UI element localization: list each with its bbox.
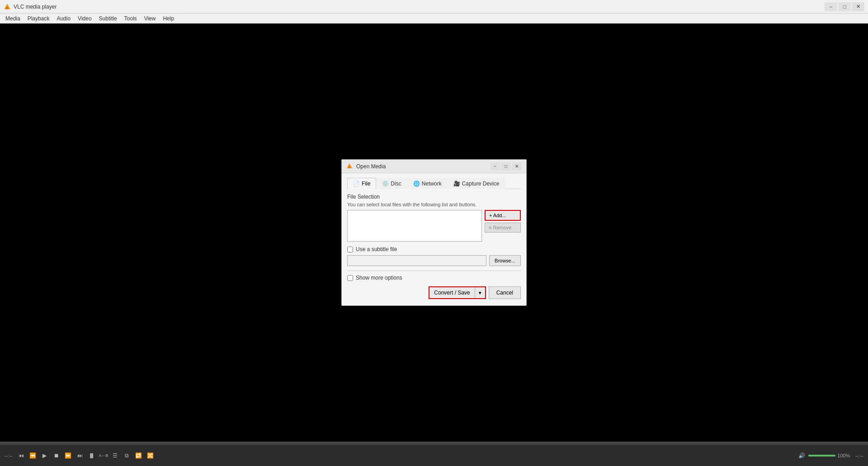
- menu-playback[interactable]: Playback: [24, 14, 53, 23]
- stop-button[interactable]: ⏹: [52, 451, 61, 461]
- svg-rect-2: [6, 9, 9, 9]
- browse-button[interactable]: Browse...: [489, 255, 521, 266]
- frame-button[interactable]: ▐▌: [87, 451, 97, 461]
- disc-tab-icon: 💿: [382, 181, 389, 187]
- file-selection-section: File Selection You can select local file…: [347, 194, 521, 242]
- dialog-close-button[interactable]: ✕: [512, 162, 522, 171]
- file-listbox[interactable]: [347, 210, 482, 242]
- tab-bar: 📄 File 💿 Disc 🌐 Network 🎥 Capture Device: [347, 178, 521, 189]
- cancel-button[interactable]: Cancel: [489, 286, 521, 299]
- file-action-buttons: + Add... ≡ Remove: [485, 210, 521, 242]
- previous-button[interactable]: ⏮: [16, 451, 26, 461]
- ab-button[interactable]: A↔B: [99, 451, 108, 461]
- close-button[interactable]: ✕: [852, 2, 864, 11]
- menu-subtitle[interactable]: Subtitle: [95, 14, 121, 23]
- menu-media[interactable]: Media: [2, 14, 24, 23]
- tab-disc[interactable]: 💿 Disc: [376, 178, 407, 189]
- volume-area: 🔊 100%: [797, 451, 850, 461]
- vlc-icon: [4, 3, 11, 10]
- svg-rect-4: [349, 166, 350, 168]
- subtitle-input-row: Browse...: [347, 255, 521, 266]
- progress-bar[interactable]: [0, 442, 868, 445]
- show-more-label: Show more options: [356, 275, 402, 281]
- remove-file-button[interactable]: ≡ Remove: [485, 223, 521, 233]
- convert-save-arrow-icon[interactable]: ▼: [475, 287, 485, 298]
- menu-view[interactable]: View: [141, 14, 160, 23]
- dialog-minimize-button[interactable]: −: [490, 162, 500, 171]
- file-selection-description: You can select local files with the foll…: [347, 202, 521, 207]
- subtitle-file-input[interactable]: [347, 255, 486, 266]
- add-file-button[interactable]: + Add...: [485, 210, 521, 221]
- dialog-vlc-icon: [346, 163, 354, 170]
- tab-capture[interactable]: 🎥 Capture Device: [448, 178, 505, 189]
- volume-icon[interactable]: 🔊: [797, 451, 807, 461]
- playlist-button[interactable]: ☰: [110, 451, 120, 461]
- open-media-dialog: Open Media − □ ✕ 📄 File 💿 Disc 🌐: [341, 159, 527, 306]
- show-more-checkbox[interactable]: [347, 275, 353, 281]
- network-tab-icon: 🌐: [413, 181, 420, 187]
- dialog-maximize-button[interactable]: □: [501, 162, 511, 171]
- file-tab-icon: 📄: [353, 181, 360, 187]
- maximize-button[interactable]: □: [838, 2, 851, 11]
- time-elapsed: --:--: [5, 453, 13, 458]
- file-list-area: + Add... ≡ Remove: [347, 210, 521, 242]
- convert-save-button[interactable]: Convert / Save ▼: [429, 286, 486, 299]
- disc-tab-label: Disc: [391, 181, 401, 187]
- menu-help[interactable]: Help: [159, 14, 178, 23]
- subtitle-checkbox[interactable]: [347, 247, 353, 252]
- dialog-footer: Convert / Save ▼ Cancel: [347, 286, 521, 301]
- subtitle-row: Use a subtitle file: [347, 246, 521, 252]
- volume-fill: [808, 455, 835, 456]
- svg-rect-1: [7, 7, 8, 9]
- menu-tools[interactable]: Tools: [121, 14, 141, 23]
- player-controls-bar: --:-- ⏮ ⏪ ▶ ⏹ ⏩ ⏭ ▐▌ A↔B ☰ ⧉ 🔁 🔀 🔊 100% …: [0, 442, 868, 466]
- svg-rect-5: [348, 167, 350, 168]
- show-more-options-row: Show more options: [347, 275, 521, 281]
- capture-tab-label: Capture Device: [462, 181, 500, 187]
- convert-save-main-label: Convert / Save: [429, 287, 475, 298]
- file-selection-heading: File Selection: [347, 194, 521, 200]
- network-tab-label: Network: [422, 181, 442, 187]
- app-title: VLC media player: [14, 4, 825, 10]
- time-total: --:--: [855, 453, 863, 458]
- titlebar: VLC media player − □ ✕: [0, 0, 868, 14]
- dialog-body: 📄 File 💿 Disc 🌐 Network 🎥 Capture Device: [342, 173, 526, 305]
- extended-button[interactable]: ⧉: [122, 451, 132, 461]
- forward-button[interactable]: ⏩: [63, 451, 73, 461]
- loop-button[interactable]: 🔁: [134, 451, 144, 461]
- minimize-button[interactable]: −: [825, 2, 837, 11]
- tab-network[interactable]: 🌐 Network: [407, 178, 448, 189]
- menubar: Media Playback Audio Video Subtitle Tool…: [0, 14, 868, 24]
- file-tab-label: File: [362, 181, 370, 187]
- volume-slider[interactable]: [808, 455, 835, 456]
- rewind-button[interactable]: ⏪: [28, 451, 38, 461]
- dialog-window-controls: − □ ✕: [490, 162, 522, 171]
- tab-file[interactable]: 📄 File: [347, 178, 376, 189]
- next-button[interactable]: ⏭: [75, 451, 85, 461]
- play-button[interactable]: ▶: [40, 451, 50, 461]
- dialog-titlebar: Open Media − □ ✕: [342, 160, 526, 173]
- separator: [347, 271, 521, 271]
- controls-area: --:-- ⏮ ⏪ ▶ ⏹ ⏩ ⏭ ▐▌ A↔B ☰ ⧉ 🔁 🔀 🔊 100% …: [0, 445, 868, 466]
- titlebar-controls: − □ ✕: [825, 2, 864, 11]
- random-button[interactable]: 🔀: [146, 451, 156, 461]
- menu-video[interactable]: Video: [74, 14, 95, 23]
- dialog-title: Open Media: [356, 163, 490, 170]
- capture-tab-icon: 🎥: [453, 181, 460, 187]
- dialog-overlay: Open Media − □ ✕ 📄 File 💿 Disc 🌐: [0, 24, 868, 442]
- volume-level: 100%: [837, 453, 850, 458]
- menu-audio[interactable]: Audio: [53, 14, 74, 23]
- subtitle-label: Use a subtitle file: [356, 246, 397, 252]
